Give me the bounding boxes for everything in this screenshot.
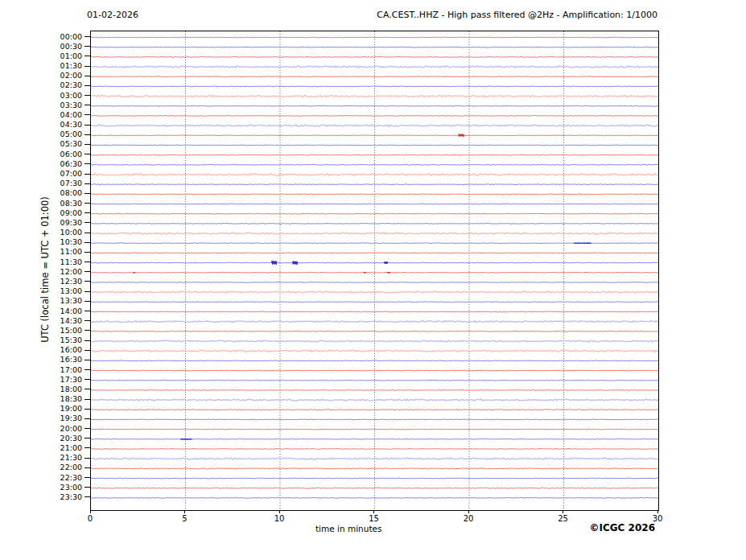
- y-tick-mark: [84, 66, 90, 67]
- y-tick-label: 20:00: [34, 425, 82, 433]
- x-tick-mark: [184, 510, 185, 513]
- y-tick-label: 16:30: [34, 356, 82, 364]
- y-tick-mark: [84, 36, 90, 37]
- y-tick-mark: [84, 447, 90, 448]
- trace-0700: [91, 174, 658, 176]
- y-tick-mark: [84, 85, 90, 86]
- y-tick-label: 02:30: [34, 81, 82, 89]
- event-1130-2: [385, 261, 388, 264]
- x-tick-label: 0: [76, 514, 104, 523]
- y-tick-mark: [84, 438, 90, 439]
- trace-0430: [91, 125, 658, 126]
- y-tick-mark: [84, 360, 90, 360]
- x-tick-mark: [279, 510, 280, 513]
- y-tick-label: 11:00: [34, 248, 82, 256]
- trace-1430: [91, 321, 658, 323]
- y-tick-label: 12:30: [34, 278, 82, 286]
- helicorder-page: 01-02-2026 CA.CEST..HHZ - High pass filt…: [0, 0, 746, 560]
- y-tick-mark: [84, 496, 90, 497]
- y-tick-label: 06:30: [34, 160, 82, 168]
- y-tick-mark: [84, 379, 90, 380]
- trace-0500: [91, 135, 658, 136]
- y-tick-label: 12:00: [34, 268, 82, 276]
- trace-2230: [91, 478, 658, 479]
- trace-0630: [91, 164, 658, 165]
- trace-0130: [91, 66, 658, 68]
- y-tick-label: 18:00: [34, 385, 82, 393]
- y-tick-label: 22:30: [34, 474, 82, 482]
- y-tick-label: 13:00: [34, 287, 82, 295]
- x-tick-label: 15: [361, 514, 388, 523]
- trace-2330: [91, 497, 658, 498]
- y-tick-mark: [84, 428, 90, 429]
- y-tick-mark: [84, 222, 90, 223]
- x-tick-mark: [468, 510, 469, 513]
- y-tick-mark: [84, 212, 90, 213]
- y-tick-label: 10:00: [34, 229, 82, 237]
- y-tick-label: 17:00: [34, 366, 82, 374]
- trace-0000: [91, 37, 658, 38]
- y-tick-mark: [84, 281, 90, 282]
- plot-area: [90, 31, 659, 511]
- y-tick-mark: [84, 114, 90, 115]
- x-tick-mark: [657, 510, 658, 513]
- x-tick-mark: [563, 510, 563, 513]
- y-tick-mark: [84, 399, 90, 400]
- y-tick-label: 14:00: [34, 307, 82, 315]
- x-tick-mark: [90, 510, 91, 513]
- trace-0400: [91, 115, 658, 116]
- y-tick-label: 21:30: [34, 454, 82, 462]
- y-tick-label: 19:30: [34, 414, 82, 422]
- trace-1600: [91, 350, 658, 352]
- y-tick-mark: [84, 301, 90, 302]
- trace-0330: [91, 105, 658, 106]
- y-tick-label: 20:30: [34, 434, 82, 443]
- y-tick-mark: [84, 76, 90, 76]
- trace-1330: [91, 302, 658, 303]
- trace-2300: [91, 488, 658, 488]
- station-title: CA.CEST..HHZ - High pass filtered @2Hz -…: [377, 10, 657, 20]
- trace-1000: [91, 233, 658, 234]
- y-tick-label: 16:00: [34, 346, 82, 354]
- y-tick-mark: [84, 46, 90, 47]
- trace-0600: [91, 154, 658, 155]
- x-tick-label: 25: [550, 514, 577, 523]
- y-tick-label: 03:30: [34, 101, 82, 109]
- event-0500-0: [459, 134, 464, 136]
- x-tick-label: 5: [171, 514, 199, 523]
- trace-1730: [91, 380, 658, 381]
- event-1130-0: [272, 261, 277, 265]
- y-tick-mark: [84, 369, 90, 370]
- y-tick-mark: [84, 252, 90, 253]
- y-tick-label: 00:00: [34, 33, 82, 41]
- y-tick-label: 02:00: [34, 72, 82, 80]
- y-tick-label: 23:30: [34, 493, 82, 501]
- y-tick-label: 07:00: [34, 170, 82, 178]
- y-tick-mark: [84, 144, 90, 145]
- y-tick-label: 00:30: [34, 43, 82, 51]
- x-tick-mark: [373, 510, 374, 513]
- trace-1200: [91, 272, 658, 273]
- trace-1500: [91, 331, 658, 331]
- y-tick-mark: [84, 203, 90, 204]
- trace-1930: [91, 419, 658, 420]
- trace-1130: [91, 262, 658, 263]
- trace-1830: [91, 399, 658, 401]
- y-tick-mark: [84, 261, 90, 262]
- y-tick-label: 01:00: [34, 52, 82, 60]
- trace-1030: [91, 243, 658, 244]
- y-tick-label: 10:30: [34, 238, 82, 246]
- trace-0200: [91, 76, 658, 77]
- y-tick-mark: [84, 350, 90, 351]
- y-tick-mark: [84, 458, 90, 459]
- event-1130-1: [293, 261, 298, 265]
- event-1030-0: [574, 242, 591, 244]
- trace-0900: [91, 213, 658, 214]
- y-tick-mark: [84, 320, 90, 321]
- y-tick-label: 23:00: [34, 484, 82, 492]
- event-2030-0: [181, 439, 192, 440]
- y-tick-label: 19:00: [34, 405, 82, 413]
- event-1200-2: [388, 272, 390, 274]
- y-tick-mark: [84, 193, 90, 194]
- trace-0930: [91, 223, 658, 224]
